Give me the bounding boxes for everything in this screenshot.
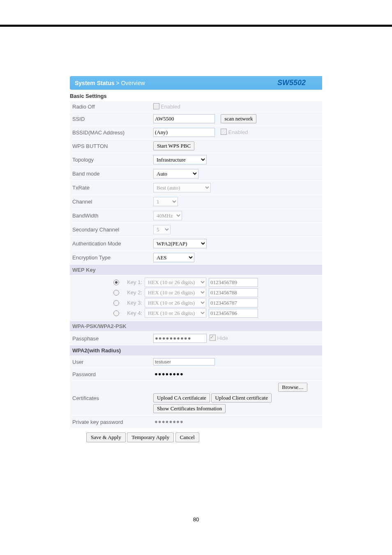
psk-title: WPA-PSK/WPA2-PSK — [70, 321, 322, 332]
enctype-label: Encryption Type — [70, 251, 151, 265]
wep-key4-fmt-select: HEX (10 or 26 digits) — [145, 308, 206, 318]
save-apply-button[interactable]: Save & Apply — [86, 432, 126, 442]
bandwidth-select: 40MHz — [153, 211, 182, 220]
wep-key3-radio[interactable] — [113, 300, 119, 306]
wep-key1-radio[interactable] — [113, 280, 119, 285]
authmode-select[interactable]: WPA2(PEAP) — [153, 239, 207, 248]
upload-client-button[interactable]: Upload Client certificate — [211, 393, 272, 402]
wep-key4-radio[interactable] — [113, 310, 119, 316]
bandwidth-label: BandWidth — [70, 209, 151, 223]
txrate-label: TxRate — [70, 181, 151, 195]
radius-title: WPA2(with Radius) — [70, 345, 322, 356]
radio-off-enabled-text: Enabled — [161, 104, 180, 110]
secondary-channel-label: Secondary Channel — [70, 223, 151, 237]
passphase-label: Passphase — [70, 332, 151, 345]
bandmode-label: Band mode — [70, 167, 151, 181]
wep-key2-label: Key 2: — [122, 289, 142, 296]
private-key-password-label: Private key password — [70, 416, 151, 428]
radius-user-input[interactable] — [153, 358, 215, 365]
breadcrumb-current: Overview — [121, 80, 145, 86]
wep-key3-label: Key 3: — [122, 300, 142, 306]
basic-settings-title: Basic Settings — [70, 90, 322, 101]
topology-select[interactable]: Infrastructure — [153, 155, 207, 164]
wep-key4-label: Key 4: — [122, 310, 142, 316]
ssid-label: SSID — [70, 112, 151, 126]
bssid-enabled-text: Enabled — [228, 129, 248, 135]
browse-button[interactable]: Browse… — [278, 383, 307, 392]
txrate-select: Best (auto) — [153, 183, 211, 192]
wep-key2-fmt-select: HEX (10 or 26 digits) — [145, 288, 206, 297]
wep-key1-input — [209, 278, 258, 287]
page-number: 80 — [0, 516, 392, 523]
temporary-apply-button[interactable]: Temporary Apply — [127, 432, 174, 442]
wps-button[interactable]: Start WPS PBC — [153, 141, 194, 150]
radius-password-label: Password — [70, 368, 151, 381]
device-model: SW5502 — [277, 79, 318, 87]
wep-key1-label: Key 1: — [122, 279, 142, 285]
radio-off-checkbox[interactable] — [153, 103, 159, 109]
wep-key2-radio[interactable] — [113, 290, 119, 296]
authmode-label: Authentication Mode — [70, 237, 151, 251]
wep-key2-input — [209, 288, 258, 297]
passphase-input — [153, 334, 207, 343]
radius-user-label: User — [70, 356, 151, 368]
wps-label: WPS BUTTON — [70, 139, 151, 153]
wep-key4-input — [209, 309, 258, 318]
channel-label: Channel — [70, 195, 151, 209]
wep-key3-input — [209, 298, 258, 308]
bandmode-select[interactable]: Auto — [153, 169, 198, 178]
certificates-label: Certificates — [70, 381, 151, 416]
passphase-hide-text: Hide — [217, 335, 228, 341]
bssid-label: BSSID(MAC Address) — [70, 126, 151, 139]
ssid-input[interactable] — [153, 114, 215, 123]
show-certificates-button[interactable]: Show Certificates Information — [153, 404, 226, 413]
private-key-password-input — [153, 418, 215, 426]
radius-password-input[interactable] — [153, 370, 215, 378]
wep-key3-fmt-select: HEX (10 or 26 digits) — [145, 298, 206, 308]
cancel-button[interactable]: Cancel — [175, 432, 199, 442]
breadcrumb-bar: System Status > Overview SW5502 — [70, 76, 322, 90]
passphase-hide-checkbox — [210, 335, 216, 341]
radio-off-label: Radio Off — [70, 101, 151, 112]
wep-key-title: WEP Key — [70, 265, 322, 275]
enctype-select[interactable]: AES — [153, 253, 194, 262]
channel-select: 1 — [153, 197, 178, 206]
breadcrumb: System Status > Overview — [75, 80, 145, 86]
bssid-input[interactable] — [153, 128, 215, 137]
breadcrumb-root: System Status — [75, 80, 114, 86]
topology-label: Topology — [70, 153, 151, 167]
upload-ca-button[interactable]: Upload CA certifaicate — [153, 393, 210, 402]
wep-key1-fmt-select: HEX (10 or 26 digits) — [145, 278, 206, 287]
scan-network-button[interactable]: scan network — [221, 114, 256, 123]
secondary-channel-select: 5 — [153, 225, 171, 234]
top-black-bar — [0, 25, 392, 27]
bssid-enabled-checkbox[interactable] — [221, 129, 227, 135]
